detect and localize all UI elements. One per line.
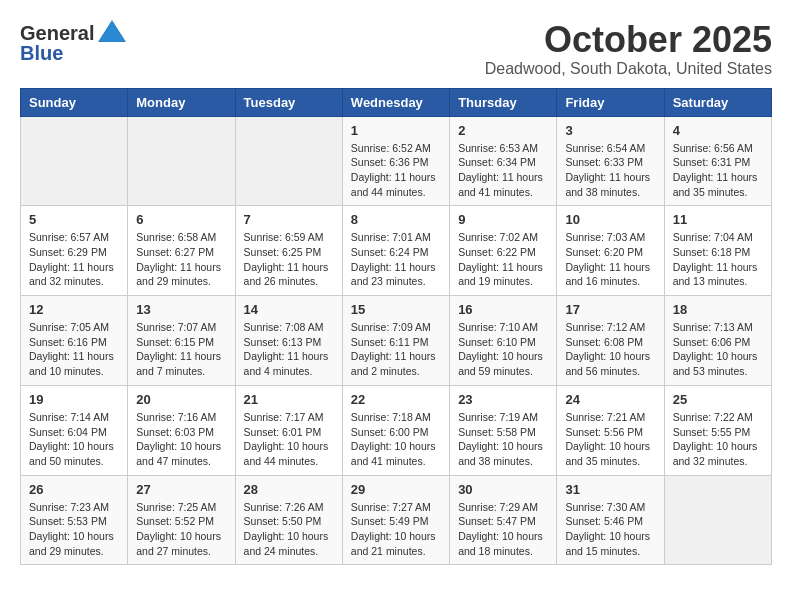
day-number: 8 — [351, 212, 441, 227]
day-number: 25 — [673, 392, 763, 407]
day-number: 31 — [565, 482, 655, 497]
day-info: Sunrise: 6:54 AM Sunset: 6:33 PM Dayligh… — [565, 141, 655, 200]
week-row-4: 26Sunrise: 7:23 AM Sunset: 5:53 PM Dayli… — [21, 475, 772, 565]
day-number: 21 — [244, 392, 334, 407]
day-number: 15 — [351, 302, 441, 317]
calendar-cell — [235, 116, 342, 206]
calendar-cell: 25Sunrise: 7:22 AM Sunset: 5:55 PM Dayli… — [664, 385, 771, 475]
day-info: Sunrise: 7:13 AM Sunset: 6:06 PM Dayligh… — [673, 320, 763, 379]
location-title: Deadwood, South Dakota, United States — [485, 60, 772, 78]
day-number: 3 — [565, 123, 655, 138]
svg-marker-0 — [98, 20, 126, 42]
calendar-cell: 23Sunrise: 7:19 AM Sunset: 5:58 PM Dayli… — [450, 385, 557, 475]
calendar-cell — [21, 116, 128, 206]
day-number: 4 — [673, 123, 763, 138]
day-info: Sunrise: 7:23 AM Sunset: 5:53 PM Dayligh… — [29, 500, 119, 559]
day-number: 13 — [136, 302, 226, 317]
day-info: Sunrise: 7:08 AM Sunset: 6:13 PM Dayligh… — [244, 320, 334, 379]
logo: General Blue — [20, 20, 126, 65]
day-info: Sunrise: 6:53 AM Sunset: 6:34 PM Dayligh… — [458, 141, 548, 200]
day-number: 24 — [565, 392, 655, 407]
day-info: Sunrise: 6:56 AM Sunset: 6:31 PM Dayligh… — [673, 141, 763, 200]
calendar-cell: 27Sunrise: 7:25 AM Sunset: 5:52 PM Dayli… — [128, 475, 235, 565]
day-number: 26 — [29, 482, 119, 497]
weekday-header-thursday: Thursday — [450, 88, 557, 116]
day-number: 28 — [244, 482, 334, 497]
day-info: Sunrise: 6:58 AM Sunset: 6:27 PM Dayligh… — [136, 230, 226, 289]
calendar-cell: 18Sunrise: 7:13 AM Sunset: 6:06 PM Dayli… — [664, 296, 771, 386]
day-number: 30 — [458, 482, 548, 497]
calendar-cell: 30Sunrise: 7:29 AM Sunset: 5:47 PM Dayli… — [450, 475, 557, 565]
calendar-cell: 17Sunrise: 7:12 AM Sunset: 6:08 PM Dayli… — [557, 296, 664, 386]
day-number: 11 — [673, 212, 763, 227]
day-info: Sunrise: 7:09 AM Sunset: 6:11 PM Dayligh… — [351, 320, 441, 379]
weekday-header-tuesday: Tuesday — [235, 88, 342, 116]
calendar-cell: 13Sunrise: 7:07 AM Sunset: 6:15 PM Dayli… — [128, 296, 235, 386]
day-number: 7 — [244, 212, 334, 227]
day-info: Sunrise: 7:07 AM Sunset: 6:15 PM Dayligh… — [136, 320, 226, 379]
logo-blue-label: Blue — [20, 42, 63, 65]
week-row-3: 19Sunrise: 7:14 AM Sunset: 6:04 PM Dayli… — [21, 385, 772, 475]
calendar-cell: 19Sunrise: 7:14 AM Sunset: 6:04 PM Dayli… — [21, 385, 128, 475]
week-row-2: 12Sunrise: 7:05 AM Sunset: 6:16 PM Dayli… — [21, 296, 772, 386]
weekday-header-monday: Monday — [128, 88, 235, 116]
calendar-cell: 14Sunrise: 7:08 AM Sunset: 6:13 PM Dayli… — [235, 296, 342, 386]
day-number: 16 — [458, 302, 548, 317]
day-info: Sunrise: 7:27 AM Sunset: 5:49 PM Dayligh… — [351, 500, 441, 559]
day-info: Sunrise: 7:03 AM Sunset: 6:20 PM Dayligh… — [565, 230, 655, 289]
day-number: 20 — [136, 392, 226, 407]
calendar-cell: 8Sunrise: 7:01 AM Sunset: 6:24 PM Daylig… — [342, 206, 449, 296]
calendar-cell — [664, 475, 771, 565]
week-row-0: 1Sunrise: 6:52 AM Sunset: 6:36 PM Daylig… — [21, 116, 772, 206]
day-info: Sunrise: 7:25 AM Sunset: 5:52 PM Dayligh… — [136, 500, 226, 559]
calendar-cell: 10Sunrise: 7:03 AM Sunset: 6:20 PM Dayli… — [557, 206, 664, 296]
day-info: Sunrise: 7:10 AM Sunset: 6:10 PM Dayligh… — [458, 320, 548, 379]
calendar-cell: 15Sunrise: 7:09 AM Sunset: 6:11 PM Dayli… — [342, 296, 449, 386]
day-number: 27 — [136, 482, 226, 497]
day-info: Sunrise: 7:04 AM Sunset: 6:18 PM Dayligh… — [673, 230, 763, 289]
day-number: 12 — [29, 302, 119, 317]
day-info: Sunrise: 6:59 AM Sunset: 6:25 PM Dayligh… — [244, 230, 334, 289]
weekday-header-saturday: Saturday — [664, 88, 771, 116]
day-number: 29 — [351, 482, 441, 497]
calendar-cell: 2Sunrise: 6:53 AM Sunset: 6:34 PM Daylig… — [450, 116, 557, 206]
day-number: 6 — [136, 212, 226, 227]
weekday-header-wednesday: Wednesday — [342, 88, 449, 116]
day-info: Sunrise: 7:12 AM Sunset: 6:08 PM Dayligh… — [565, 320, 655, 379]
day-info: Sunrise: 7:14 AM Sunset: 6:04 PM Dayligh… — [29, 410, 119, 469]
day-info: Sunrise: 7:19 AM Sunset: 5:58 PM Dayligh… — [458, 410, 548, 469]
calendar-cell: 7Sunrise: 6:59 AM Sunset: 6:25 PM Daylig… — [235, 206, 342, 296]
calendar-cell: 4Sunrise: 6:56 AM Sunset: 6:31 PM Daylig… — [664, 116, 771, 206]
day-number: 17 — [565, 302, 655, 317]
day-info: Sunrise: 7:30 AM Sunset: 5:46 PM Dayligh… — [565, 500, 655, 559]
weekday-header-row: SundayMondayTuesdayWednesdayThursdayFrid… — [21, 88, 772, 116]
logo-arrow-icon — [98, 20, 126, 46]
day-info: Sunrise: 7:05 AM Sunset: 6:16 PM Dayligh… — [29, 320, 119, 379]
weekday-header-friday: Friday — [557, 88, 664, 116]
day-number: 22 — [351, 392, 441, 407]
day-number: 9 — [458, 212, 548, 227]
day-number: 10 — [565, 212, 655, 227]
calendar-cell: 11Sunrise: 7:04 AM Sunset: 6:18 PM Dayli… — [664, 206, 771, 296]
calendar-cell: 12Sunrise: 7:05 AM Sunset: 6:16 PM Dayli… — [21, 296, 128, 386]
calendar-cell — [128, 116, 235, 206]
day-info: Sunrise: 7:02 AM Sunset: 6:22 PM Dayligh… — [458, 230, 548, 289]
day-info: Sunrise: 7:18 AM Sunset: 6:00 PM Dayligh… — [351, 410, 441, 469]
calendar-cell: 9Sunrise: 7:02 AM Sunset: 6:22 PM Daylig… — [450, 206, 557, 296]
calendar-cell: 28Sunrise: 7:26 AM Sunset: 5:50 PM Dayli… — [235, 475, 342, 565]
day-number: 5 — [29, 212, 119, 227]
calendar-cell: 3Sunrise: 6:54 AM Sunset: 6:33 PM Daylig… — [557, 116, 664, 206]
calendar-cell: 1Sunrise: 6:52 AM Sunset: 6:36 PM Daylig… — [342, 116, 449, 206]
calendar-cell: 6Sunrise: 6:58 AM Sunset: 6:27 PM Daylig… — [128, 206, 235, 296]
header: General Blue October 2025 Deadwood, Sout… — [20, 20, 772, 78]
day-info: Sunrise: 6:52 AM Sunset: 6:36 PM Dayligh… — [351, 141, 441, 200]
calendar-cell: 26Sunrise: 7:23 AM Sunset: 5:53 PM Dayli… — [21, 475, 128, 565]
calendar-cell: 21Sunrise: 7:17 AM Sunset: 6:01 PM Dayli… — [235, 385, 342, 475]
month-title: October 2025 — [485, 20, 772, 60]
day-info: Sunrise: 7:16 AM Sunset: 6:03 PM Dayligh… — [136, 410, 226, 469]
title-area: October 2025 Deadwood, South Dakota, Uni… — [485, 20, 772, 78]
day-info: Sunrise: 6:57 AM Sunset: 6:29 PM Dayligh… — [29, 230, 119, 289]
day-info: Sunrise: 7:26 AM Sunset: 5:50 PM Dayligh… — [244, 500, 334, 559]
day-number: 23 — [458, 392, 548, 407]
calendar-cell: 5Sunrise: 6:57 AM Sunset: 6:29 PM Daylig… — [21, 206, 128, 296]
